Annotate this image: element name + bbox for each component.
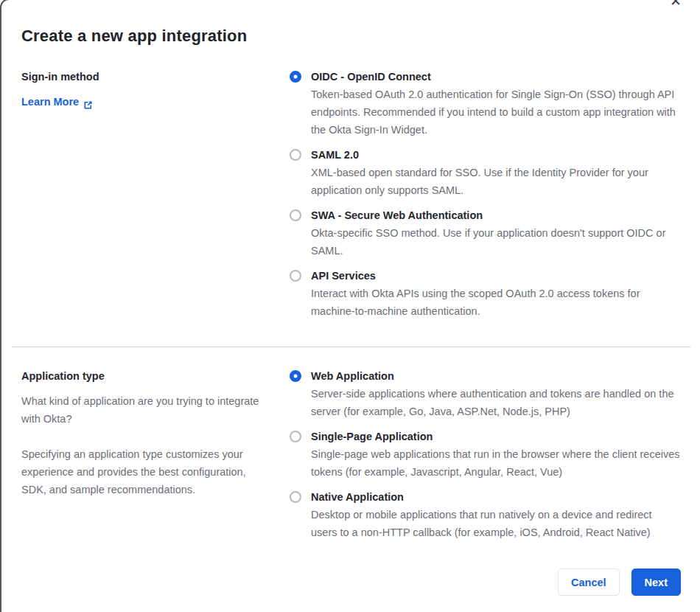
option-label: Native Application <box>311 488 681 506</box>
radio-option-oidc[interactable]: OIDC - OpenID Connect Token-based OAuth … <box>290 68 681 139</box>
application-type-note: Specifying an application type customize… <box>21 445 273 498</box>
application-type-label: Application type <box>21 367 273 385</box>
option-description: Okta-specific SSO method. Use if your ap… <box>311 224 681 260</box>
cancel-button[interactable]: Cancel <box>558 568 620 596</box>
radio-icon[interactable] <box>290 71 301 83</box>
sign-in-method-section: Sign-in method Learn More OIDC - OpenID … <box>21 68 681 320</box>
radio-option-swa[interactable]: SWA - Secure Web Authentication Okta-spe… <box>290 206 681 260</box>
radio-icon[interactable] <box>290 270 301 282</box>
radio-option-saml[interactable]: SAML 2.0 XML-based open standard for SSO… <box>290 146 681 199</box>
option-label: Web Application <box>311 367 681 385</box>
option-description: Single-page web applications that run in… <box>311 445 681 481</box>
sign-in-method-left-column: Sign-in method Learn More <box>21 68 273 111</box>
option-label: Single-Page Application <box>311 428 681 445</box>
radio-icon[interactable] <box>290 370 301 382</box>
radio-icon[interactable] <box>290 491 301 503</box>
option-description: Token-based OAuth 2.0 authentication for… <box>311 86 681 139</box>
learn-more-link[interactable]: Learn More <box>21 93 93 111</box>
learn-more-label: Learn More <box>21 93 79 111</box>
option-label: OIDC - OpenID Connect <box>311 68 681 86</box>
application-type-intro: What kind of application are you trying … <box>21 392 273 428</box>
radio-option-native-application[interactable]: Native Application Desktop or mobile app… <box>290 488 681 541</box>
option-description: XML-based open standard for SSO. Use if … <box>311 164 681 199</box>
next-button[interactable]: Next <box>631 568 681 596</box>
radio-option-web-application[interactable]: Web Application Server-side applications… <box>290 367 681 420</box>
radio-icon[interactable] <box>290 209 301 221</box>
option-description: Server-side applications where authentic… <box>311 385 681 420</box>
dialog-header: Create a new app integration ✕ <box>21 0 681 46</box>
dialog-title: Create a new app integration <box>21 27 681 46</box>
section-divider <box>12 347 690 347</box>
radio-icon[interactable] <box>290 149 301 161</box>
sign-in-method-options: OIDC - OpenID Connect Token-based OAuth … <box>290 68 681 320</box>
option-description: Interact with Okta APIs using the scoped… <box>311 285 681 320</box>
radio-icon[interactable] <box>290 431 301 442</box>
option-label: SAML 2.0 <box>311 146 681 164</box>
external-link-icon <box>83 97 93 107</box>
sign-in-method-label: Sign-in method <box>21 68 273 86</box>
application-type-left-column: Application type What kind of applicatio… <box>21 367 273 498</box>
option-description: Desktop or mobile applications that run … <box>311 506 681 541</box>
dialog-footer: Cancel Next <box>558 568 681 596</box>
option-label: API Services <box>311 267 681 285</box>
application-type-section: Application type What kind of applicatio… <box>21 367 681 541</box>
radio-option-single-page-application[interactable]: Single-Page Application Single-page web … <box>290 428 681 481</box>
radio-option-api-services[interactable]: API Services Interact with Okta APIs usi… <box>290 267 681 320</box>
create-app-integration-dialog: Create a new app integration ✕ Sign-in m… <box>0 0 700 612</box>
option-label: SWA - Secure Web Authentication <box>311 206 681 224</box>
close-icon[interactable]: ✕ <box>665 0 687 12</box>
application-type-options: Web Application Server-side applications… <box>290 367 681 541</box>
